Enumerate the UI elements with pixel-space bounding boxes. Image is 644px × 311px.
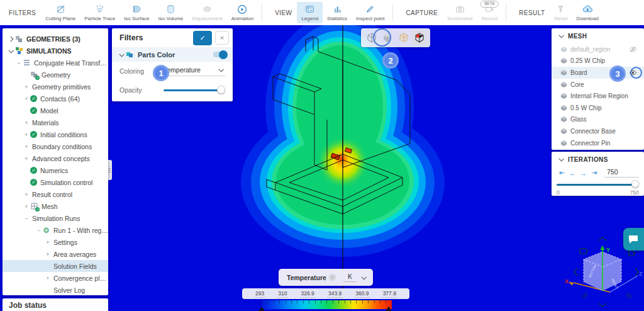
mesh-item-board[interactable]: Board bbox=[552, 67, 644, 79]
tree-item-settings[interactable]: + Settings bbox=[3, 236, 108, 248]
tree-item-numerics[interactable]: ✓ Numerics bbox=[3, 164, 108, 176]
tree-item-simulation-control[interactable]: ✓ Simulation control bbox=[3, 176, 108, 188]
opacity-slider-handle[interactable] bbox=[217, 86, 225, 94]
eye-off-icon[interactable] bbox=[629, 45, 637, 54]
legend-value-0[interactable]: 293 bbox=[254, 290, 265, 298]
eye-icon[interactable] bbox=[629, 69, 637, 77]
iteration-value-input[interactable]: 750 bbox=[604, 168, 639, 178]
close-filters-button[interactable]: × bbox=[215, 31, 229, 45]
record-button[interactable]: BETA Record bbox=[477, 0, 502, 25]
expand-plus-icon[interactable]: + bbox=[23, 203, 30, 210]
tree-item-initial-conditions[interactable]: + ✓ Initial conditions bbox=[3, 128, 108, 140]
clip-cube-button[interactable] bbox=[412, 30, 427, 45]
tree-item-simulation-runs[interactable]: − Simulation Runs bbox=[3, 212, 108, 224]
mesh-item-glass[interactable]: Glass bbox=[552, 114, 644, 126]
coloring-dropdown[interactable]: Temperature bbox=[164, 66, 225, 76]
expand-plus-icon[interactable]: + bbox=[23, 120, 30, 126]
particle-trace-button[interactable]: Particle Trace bbox=[80, 0, 119, 25]
view-section-label: VIEW bbox=[275, 9, 292, 16]
expand-plus-icon[interactable]: + bbox=[23, 144, 30, 150]
apply-filters-button[interactable]: ✓ bbox=[193, 31, 212, 45]
collapse-minus-icon[interactable]: − bbox=[15, 60, 23, 66]
iso-surface-button[interactable]: Iso Surface bbox=[119, 0, 153, 25]
inspect-point-button[interactable]: Inspect point bbox=[352, 0, 389, 25]
iterations-panel-header[interactable]: ITERATIONS bbox=[552, 152, 644, 167]
mesh-item-connector-base[interactable]: Connector Base bbox=[552, 125, 644, 137]
iteration-min-label: 0 bbox=[557, 189, 560, 196]
expand-plus-icon[interactable]: + bbox=[23, 96, 30, 102]
colorbar-min-marker[interactable] bbox=[258, 307, 265, 311]
check-icon: ✓ bbox=[30, 167, 37, 174]
cutting-plane-button[interactable]: Cutting Plane bbox=[41, 0, 80, 25]
expand-plus-icon[interactable]: + bbox=[44, 251, 52, 257]
tree-item-area-averages[interactable]: + Area averages bbox=[3, 248, 108, 260]
legend-button[interactable]: Legend bbox=[297, 2, 323, 23]
mesh-item-internal-flow-region[interactable]: Internal Flow Region bbox=[552, 90, 644, 102]
legend-value-1[interactable]: 310 bbox=[277, 290, 288, 298]
expand-plus-icon[interactable]: + bbox=[23, 132, 30, 138]
tree-item-solution-fields[interactable]: Solution Fields bbox=[3, 260, 108, 272]
expand-plus-icon[interactable]: + bbox=[44, 239, 52, 246]
mesh-item-default-region[interactable]: default_region bbox=[552, 43, 644, 55]
wireframe-cube-button[interactable] bbox=[364, 30, 379, 45]
expand-plus-icon[interactable]: + bbox=[23, 191, 30, 198]
animation-button[interactable]: Animation bbox=[227, 0, 258, 25]
screenshot-button[interactable]: Screenshot bbox=[443, 0, 477, 25]
parts-color-toggle[interactable] bbox=[213, 52, 226, 57]
previous-iteration-button[interactable]: ← bbox=[567, 169, 578, 177]
tree-item-simulations[interactable]: SIMULATIONS bbox=[3, 45, 108, 57]
transparent-cube-button[interactable] bbox=[396, 30, 411, 45]
solid-cube-button[interactable] bbox=[380, 30, 395, 45]
colorbar-max-marker[interactable] bbox=[386, 307, 392, 311]
iso-volume-button[interactable]: Iso Volume bbox=[154, 0, 188, 25]
statistics-button[interactable]: Statistics bbox=[323, 0, 352, 25]
tree-item-result-control[interactable]: + Result control bbox=[3, 188, 108, 200]
unit-dropdown[interactable]: K bbox=[343, 273, 357, 282]
tree-item-geometry-primitives[interactable]: + Geometry primitives bbox=[3, 81, 108, 93]
legend-value-5[interactable]: 377.9 bbox=[382, 290, 397, 298]
parts-color-section[interactable]: Parts Color bbox=[112, 47, 233, 62]
mesh-panel-header[interactable]: MESH bbox=[552, 28, 644, 43]
collapse-minus-icon[interactable]: − bbox=[35, 227, 43, 234]
mesh-item-05w-chip[interactable]: 0.5 W Chip bbox=[552, 102, 644, 114]
tree-item-solver-log[interactable]: Solver Log bbox=[3, 284, 108, 295]
legend-icon bbox=[305, 4, 314, 14]
tree-item-run-1[interactable]: − ⚙ Run 1 - With region r... bbox=[3, 224, 108, 236]
legend-value-2[interactable]: 326.9 bbox=[300, 290, 316, 298]
iteration-slider[interactable] bbox=[557, 180, 639, 189]
tree-item-materials[interactable]: + Materials bbox=[3, 116, 108, 128]
expand-plus-icon[interactable]: + bbox=[23, 156, 30, 162]
collapse-minus-icon[interactable]: − bbox=[23, 215, 30, 222]
job-status-panel: Job status bbox=[3, 298, 108, 311]
first-iteration-button[interactable]: ⇤ bbox=[557, 169, 567, 177]
mesh-item-core[interactable]: Core bbox=[552, 79, 644, 91]
last-iteration-button[interactable]: ⇥ bbox=[589, 169, 599, 177]
info-icon: i bbox=[329, 274, 336, 281]
tree-item-mesh[interactable]: + ✓ Mesh bbox=[3, 200, 108, 212]
legend-value-4[interactable]: 360.9 bbox=[354, 290, 370, 298]
mesh-item-connector-pin[interactable]: Connector Pin bbox=[552, 137, 644, 149]
opacity-label: Opacity bbox=[119, 86, 164, 94]
filters-panel: Filters ✓ × Parts Color Coloring Tempera… bbox=[112, 28, 233, 101]
tree-item-convergence-plots[interactable]: + Convergence plots bbox=[3, 272, 108, 284]
chat-help-button[interactable] bbox=[623, 228, 644, 251]
tree-item-advanced-concepts[interactable]: + Advanced concepts bbox=[3, 152, 108, 164]
tree-item-model[interactable]: ✓ Model bbox=[3, 105, 108, 116]
tree-item-geometries[interactable]: GEOMETRIES (3) bbox=[3, 33, 108, 45]
iteration-slider-handle[interactable] bbox=[631, 180, 639, 188]
result-section-label: RESULT bbox=[519, 9, 545, 16]
iso-volume-icon bbox=[166, 4, 175, 14]
expand-plus-icon[interactable]: + bbox=[44, 275, 52, 281]
next-iteration-button[interactable]: → bbox=[578, 169, 589, 177]
tree-item-conjugate-heat-transfer[interactable]: − Conjugate Heat Transfer v2.0 bbox=[3, 57, 108, 69]
download-button[interactable]: Download bbox=[572, 0, 603, 25]
legend-value-3[interactable]: 343.9 bbox=[327, 290, 343, 298]
opacity-slider[interactable] bbox=[164, 86, 225, 94]
tree-item-geometry[interactable]: ✓ Geometry bbox=[3, 69, 108, 81]
expand-plus-icon[interactable]: + bbox=[23, 84, 30, 90]
mesh-item-025w-chip[interactable]: 0.25 W Chip bbox=[552, 55, 644, 67]
reset-button[interactable]: Reset bbox=[550, 0, 572, 25]
tree-item-contacts[interactable]: + ✓ Contacts (64) bbox=[3, 93, 108, 105]
tree-item-boundary-conditions[interactable]: + Boundary conditions bbox=[3, 140, 108, 152]
displacement-button[interactable]: Displacement bbox=[187, 0, 226, 25]
